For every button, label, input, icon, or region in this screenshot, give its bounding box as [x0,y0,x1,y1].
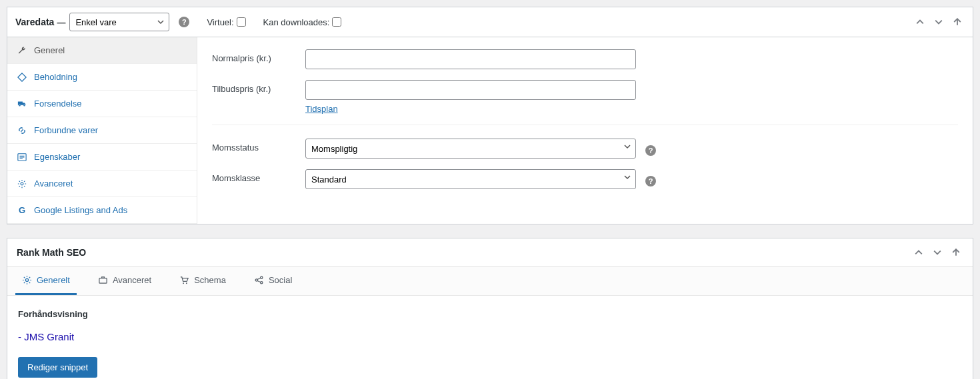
svg-point-8 [260,282,262,284]
tab-advanced[interactable]: Avanceret [7,171,197,197]
gear-icon [22,275,32,285]
product-data-header: Varedata — Enkel vare ? Virtuel: Kan dow… [7,7,973,37]
edit-snippet-button[interactable]: Rediger snippet [18,357,97,378]
link-icon [17,126,27,135]
rank-math-title: Rank Math SEO [17,247,86,258]
svg-point-4 [183,282,184,284]
svg-point-7 [260,276,262,278]
briefcase-icon [98,275,108,285]
rm-tab-general[interactable]: Generelt [15,267,77,295]
svg-point-1 [21,183,23,185]
schedule-link[interactable]: Tidsplan [305,104,636,114]
product-data-tabs: Generel Beholdning Forsendelse Forbundne… [7,37,197,224]
share-icon [254,275,264,285]
move-down-icon[interactable] [930,245,945,260]
wrench-icon [17,46,27,55]
tab-linked-products[interactable]: Forbundne varer [7,117,197,144]
gear-icon [17,179,27,189]
svg-point-5 [186,282,187,284]
help-icon[interactable]: ? [645,145,656,156]
product-type-select[interactable]: Enkel vare [69,13,169,31]
rank-math-tabs: Generelt Avanceret Schema Social [7,267,973,296]
google-icon: G [17,205,27,215]
move-up-icon[interactable] [913,15,927,29]
preview-title: - JMS Granit [18,331,962,342]
virtual-checkbox[interactable] [237,17,246,27]
svg-rect-3 [99,278,107,284]
list-icon [17,153,27,162]
rank-math-header: Rank Math SEO [7,238,973,267]
toggle-panel-icon[interactable] [949,245,963,260]
tab-general[interactable]: Generel [7,37,197,64]
sale-price-label: Tilbudspris (kr.) [212,80,305,94]
rm-tab-social[interactable]: Social [247,267,299,295]
virtual-checkbox-group[interactable]: Virtuel: [207,17,245,27]
product-data-title: Varedata [15,17,54,27]
tax-status-select[interactable]: Momspligtig [305,139,636,159]
tax-class-label: Momsklasse [212,169,305,183]
tax-class-select[interactable]: Standard [305,169,636,189]
rm-tab-advanced[interactable]: Avanceret [91,267,158,295]
svg-point-6 [255,279,257,281]
truck-icon [17,99,27,109]
rm-tab-schema[interactable]: Schema [173,267,233,295]
svg-point-2 [25,278,28,281]
rank-math-content: Forhåndsvisning - JMS Granit Rediger sni… [7,296,973,379]
product-data-panel: Varedata — Enkel vare ? Virtuel: Kan dow… [7,7,973,224]
tab-google-listings[interactable]: G Google Listings and Ads [7,197,197,224]
tab-attributes[interactable]: Egenskaber [7,144,197,171]
downloadable-checkbox[interactable] [332,17,341,27]
help-icon[interactable]: ? [179,17,189,27]
tab-shipping[interactable]: Forsendelse [7,91,197,117]
diamond-icon [17,73,27,82]
sale-price-input[interactable] [305,80,636,100]
preview-label: Forhåndsvisning [18,309,962,319]
tax-status-label: Momsstatus [212,139,305,153]
general-tab-content: Normalpris (kr.) Tilbudspris (kr.) Tidsp… [197,37,973,224]
move-up-icon[interactable] [911,245,926,260]
cart-icon [179,275,189,285]
help-icon[interactable]: ? [645,176,656,187]
toggle-panel-icon[interactable] [950,15,965,29]
regular-price-label: Normalpris (kr.) [212,49,305,63]
downloadable-checkbox-group[interactable]: Kan downloades: [263,17,342,27]
regular-price-input[interactable] [305,49,636,69]
tab-inventory[interactable]: Beholdning [7,64,197,91]
rank-math-panel: Rank Math SEO Generelt Avanceret [7,238,973,379]
move-down-icon[interactable] [931,15,946,29]
